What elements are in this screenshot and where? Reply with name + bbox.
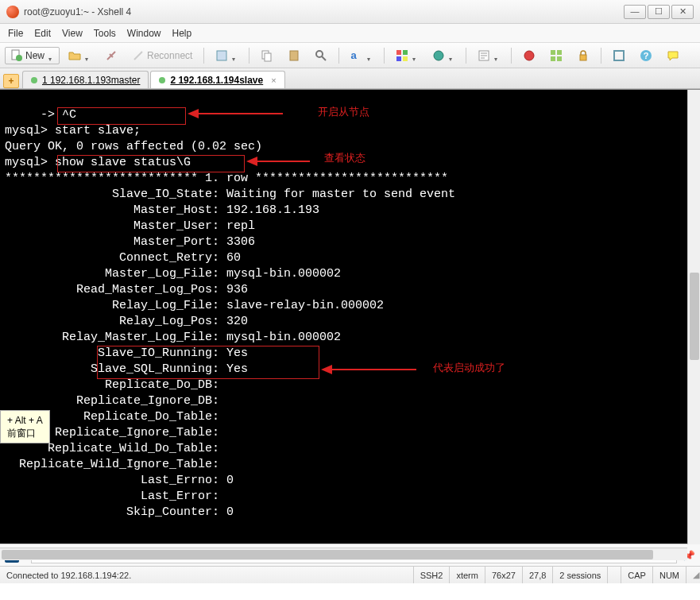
chat-button[interactable]	[661, 47, 685, 64]
dropdown-icon	[232, 52, 238, 58]
tab-bar: + 1 192.168.1.193master 2 192.168.1.194s…	[0, 68, 700, 89]
terminal-line: Last_Errno: 0	[5, 473, 695, 489]
svg-rect-2	[217, 51, 226, 60]
menu-view[interactable]: View	[62, 28, 83, 39]
fullscreen-icon	[613, 49, 625, 62]
resize-grip-icon[interactable]: ◢	[693, 570, 699, 580]
dropdown-icon	[412, 52, 418, 58]
scrollbar-thumb[interactable]	[2, 550, 653, 559]
separator	[466, 48, 466, 64]
tab-master[interactable]: 1 192.168.1.193master	[22, 71, 149, 88]
find-button[interactable]	[309, 47, 333, 64]
terminal-line: Slave_SQL_Running: Yes	[5, 362, 695, 377]
terminal-line: mysql> start slave;	[5, 123, 695, 139]
menu-window[interactable]: Window	[127, 28, 161, 39]
script-button[interactable]	[472, 47, 505, 64]
copy-button[interactable]	[255, 47, 279, 64]
new-file-icon	[10, 49, 23, 62]
terminal-line: Connect_Retry: 60	[5, 250, 695, 266]
horizontal-scrollbar[interactable]	[0, 548, 687, 560]
new-tab-button[interactable]: +	[3, 74, 19, 88]
font-icon: a	[350, 49, 363, 62]
terminal-line: Read_Master_Log_Pos: 936	[5, 282, 695, 298]
paste-button[interactable]	[282, 47, 306, 64]
svg-rect-9	[403, 50, 408, 55]
tab-label: 2 192.168.1.194slave	[170, 75, 263, 86]
svg-rect-17	[551, 56, 555, 61]
disconnect-button[interactable]	[99, 47, 123, 64]
xftp-icon	[523, 49, 536, 62]
separator	[249, 48, 249, 64]
svg-rect-15	[551, 50, 555, 55]
fullscreen-button[interactable]	[607, 47, 631, 64]
properties-button[interactable]	[210, 47, 243, 64]
title-bar: root@zuoyu1:~ - Xshell 4 — ☐ ✕	[0, 0, 700, 24]
open-button[interactable]	[63, 47, 96, 64]
tooltip-line: 前窗口	[7, 427, 43, 439]
status-num: NUM	[652, 567, 686, 583]
svg-rect-18	[557, 56, 562, 61]
font-button[interactable]: a	[345, 47, 378, 64]
terminal[interactable]: -> ^Cmysql> start slave;Query OK, 0 rows…	[0, 89, 700, 544]
terminal-line: Relay_Log_Pos: 320	[5, 314, 695, 330]
tile-button[interactable]	[544, 47, 568, 64]
dropdown-icon	[367, 52, 373, 58]
status-sessions: 2 sessions	[552, 567, 607, 583]
reconnect-button[interactable]: Reconnect	[126, 47, 198, 64]
tab-slave[interactable]: 2 192.168.1.194slave ×	[150, 71, 284, 88]
dropdown-icon	[85, 52, 91, 58]
xftp-button[interactable]	[517, 47, 541, 64]
window-title: root@zuoyu1:~ - Xshell 4	[24, 6, 622, 17]
tab-close-icon[interactable]: ×	[271, 75, 276, 85]
terminal-line: Master_Port: 3306	[5, 234, 695, 250]
help-button[interactable]: ?	[634, 47, 658, 64]
new-button[interactable]: New	[5, 47, 60, 64]
separator	[338, 48, 339, 64]
status-dot-icon	[159, 77, 165, 83]
search-icon	[315, 49, 327, 62]
terminal-line: Master_Log_File: mysql-bin.000002	[5, 266, 695, 282]
vertical-scrollbar[interactable]	[687, 90, 700, 544]
palette-icon	[396, 49, 408, 62]
annotation-2: 查看状态	[324, 150, 365, 166]
terminal-line: Replicate_Ignore_Table:	[5, 425, 695, 441]
terminal-line: Last_Error:	[5, 489, 695, 505]
terminal-line: Slave_IO_Running: Yes	[5, 346, 695, 362]
annotation-3: 代表启动成功了	[433, 360, 505, 376]
toolbar: New Reconnect a ?	[0, 43, 700, 68]
close-button[interactable]: ✕	[671, 5, 694, 19]
minimize-button[interactable]: —	[624, 5, 646, 19]
terminal-line: Replicate_Do_DB:	[5, 377, 695, 393]
separator	[601, 48, 601, 64]
plug-icon	[105, 49, 118, 62]
lock-icon	[577, 49, 590, 62]
menu-help[interactable]: Help	[172, 28, 192, 39]
separator	[203, 48, 204, 64]
properties-icon	[215, 49, 228, 62]
terminal-line: *************************** 1. row *****…	[5, 171, 695, 187]
svg-rect-8	[396, 50, 401, 55]
svg-rect-5	[290, 51, 298, 60]
svg-point-6	[316, 51, 323, 57]
tooltip-line: + Alt + A	[7, 414, 43, 427]
status-connection: Connected to 192.168.1.194:22.	[0, 571, 131, 580]
status-size: 76x27	[485, 567, 522, 583]
scrollbar-thumb[interactable]	[690, 273, 699, 360]
menu-tools[interactable]: Tools	[94, 28, 116, 39]
separator	[511, 48, 512, 64]
tooltip: + Alt + A 前窗口	[0, 410, 50, 443]
maximize-button[interactable]: ☐	[648, 5, 670, 19]
tile-icon	[550, 49, 563, 62]
globe-button[interactable]	[427, 47, 460, 64]
color-button[interactable]	[390, 47, 423, 64]
menu-edit[interactable]: Edit	[34, 28, 51, 39]
lock-button[interactable]	[571, 47, 595, 64]
reconnect-icon	[132, 49, 145, 62]
svg-text:?: ?	[644, 51, 649, 60]
terminal-line: Master_Host: 192.168.1.193	[5, 203, 695, 219]
svg-rect-19	[580, 55, 586, 60]
terminal-line: Replicate_Wild_Ignore_Table:	[5, 457, 695, 473]
terminal-line: Relay_Master_Log_File: mysql-bin.000002	[5, 330, 695, 346]
reconnect-label: Reconnect	[147, 50, 192, 61]
menu-file[interactable]: File	[8, 28, 23, 39]
